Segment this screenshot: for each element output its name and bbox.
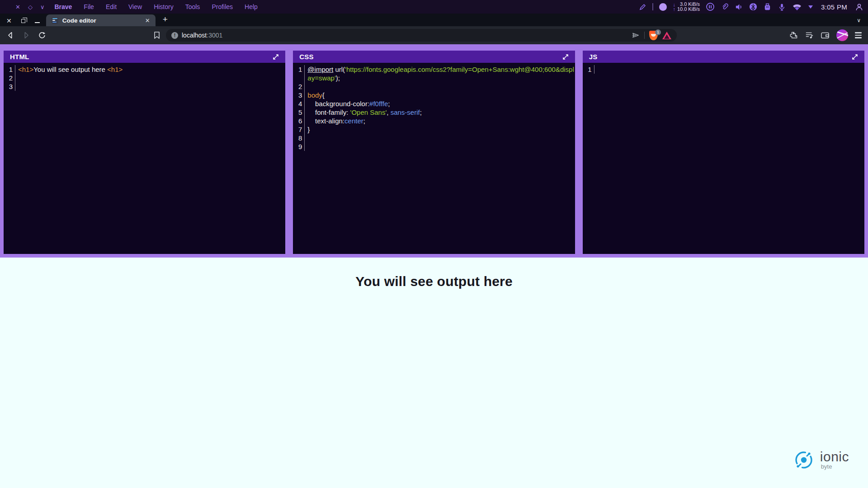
- code-line[interactable]: 2: [293, 82, 575, 91]
- code-line[interactable]: 1<h1>You will see output here <h1>: [4, 65, 285, 74]
- code-line[interactable]: 2: [4, 74, 285, 82]
- token-txt: {: [322, 91, 325, 99]
- address-bar[interactable]: ! localhost:3001 1: [166, 29, 677, 42]
- code-editor-css[interactable]: 1@import url('https://fonts.googleapis.c…: [293, 63, 575, 254]
- token-txt: url(: [333, 66, 345, 73]
- close-window-icon[interactable]: ✕: [15, 4, 20, 10]
- code-text[interactable]: [15, 74, 285, 82]
- nav-buttons: [0, 31, 46, 39]
- code-text[interactable]: [305, 142, 575, 151]
- code-line[interactable]: 1: [583, 65, 864, 74]
- caret-down-icon[interactable]: [808, 5, 813, 9]
- code-text[interactable]: font-family: 'Open Sans', sans-serif;: [305, 108, 575, 117]
- menu-help[interactable]: Help: [245, 3, 258, 10]
- menu-brave[interactable]: Brave: [54, 3, 72, 10]
- menu-profiles[interactable]: Profiles: [212, 3, 233, 10]
- tab-code-editor[interactable]: Code editor ✕: [46, 14, 156, 26]
- panel-title-html: HTML: [10, 53, 29, 61]
- code-line[interactable]: 3: [4, 82, 285, 91]
- playlist-icon[interactable]: [805, 31, 814, 39]
- panel-header-html: HTML: [4, 51, 285, 63]
- browser-minimize-icon[interactable]: [35, 22, 40, 23]
- code-line[interactable]: 7}: [293, 125, 575, 134]
- brave-rewards-icon[interactable]: [662, 32, 671, 39]
- forward-button[interactable]: [22, 31, 30, 39]
- volume-icon[interactable]: [735, 3, 743, 11]
- token-val: sans-serif: [391, 108, 420, 116]
- code-text[interactable]: [305, 82, 575, 91]
- upload-arrow-icon: ↑: [673, 7, 675, 11]
- output-preview: You will see output here ionic byte: [0, 258, 868, 488]
- code-line[interactable]: 9: [293, 142, 575, 151]
- code-text[interactable]: [594, 65, 864, 74]
- menu-edit[interactable]: Edit: [106, 3, 117, 10]
- microphone-icon[interactable]: [778, 3, 786, 11]
- expand-panel-icon[interactable]: [562, 54, 569, 60]
- code-editor-html[interactable]: 1<h1>You will see output here <h1>23: [4, 63, 285, 254]
- code-line[interactable]: 3body{: [293, 91, 575, 99]
- tab-favicon: [52, 17, 58, 24]
- wifi-icon[interactable]: [792, 3, 802, 11]
- site-info-icon[interactable]: !: [171, 32, 178, 39]
- bluetooth-icon[interactable]: [749, 3, 757, 11]
- code-text[interactable]: <h1>You will see output here <h1>: [15, 65, 285, 74]
- usb-icon[interactable]: [763, 3, 772, 11]
- brave-shield-icon[interactable]: 1: [649, 31, 658, 40]
- paperclip-icon[interactable]: [721, 3, 729, 11]
- shield-badge: 1: [655, 29, 661, 35]
- clock[interactable]: 3:05 PM: [819, 3, 849, 11]
- bookmark-icon[interactable]: [153, 31, 160, 39]
- line-number: 4: [293, 99, 305, 108]
- menu-history[interactable]: History: [154, 3, 174, 10]
- extensions-puzzle-icon[interactable]: [789, 31, 798, 40]
- share-icon[interactable]: [632, 32, 640, 39]
- tab-search-chevron-icon[interactable]: ∨: [857, 17, 868, 26]
- code-line[interactable]: 6 text-align:center;: [293, 117, 575, 125]
- tab-close-icon[interactable]: ✕: [144, 17, 151, 24]
- code-line[interactable]: 1@import url('https://fonts.googleapis.c…: [293, 65, 575, 82]
- token-txt: ;: [388, 100, 390, 108]
- maximize-window-icon[interactable]: ◇: [28, 4, 33, 10]
- code-text[interactable]: [15, 82, 285, 91]
- menu-file[interactable]: File: [84, 3, 94, 10]
- code-text[interactable]: background-color:#f0fffe;: [305, 99, 575, 108]
- token-val: #f0fffe: [369, 100, 388, 108]
- chevron-down-icon[interactable]: ∨: [40, 4, 45, 10]
- code-text[interactable]: [305, 134, 575, 142]
- code-text[interactable]: text-align:center;: [305, 117, 575, 125]
- code-line[interactable]: 8: [293, 134, 575, 142]
- user-icon[interactable]: [855, 3, 863, 11]
- profile-avatar[interactable]: [836, 29, 848, 41]
- recording-dot-icon[interactable]: [659, 3, 667, 11]
- back-button[interactable]: [6, 31, 14, 39]
- menu-view[interactable]: View: [128, 3, 142, 10]
- code-text[interactable]: body{: [305, 91, 575, 99]
- browser-restore-icon[interactable]: [21, 19, 25, 23]
- reload-button[interactable]: [38, 31, 46, 39]
- browser-menu-icon[interactable]: [855, 32, 862, 38]
- code-editor-js[interactable]: 1: [583, 63, 864, 254]
- expand-panel-icon[interactable]: [852, 54, 858, 60]
- new-tab-button[interactable]: +: [156, 14, 168, 26]
- pencil-icon[interactable]: [639, 3, 646, 11]
- panel-js: JS1: [583, 51, 864, 254]
- pause-icon[interactable]: [706, 2, 715, 11]
- token-at: @import: [307, 66, 333, 73]
- code-line[interactable]: 4 background-color:#f0fffe;: [293, 99, 575, 108]
- brand-logo: ionic byte: [792, 448, 849, 472]
- code-text[interactable]: @import url('https://fonts.googleapis.co…: [305, 65, 575, 82]
- browser-close-icon[interactable]: ✕: [6, 18, 12, 23]
- code-text[interactable]: }: [305, 125, 575, 134]
- system-menu-bar: ✕ ◇ ∨ BraveFileEditViewHistoryToolsProfi…: [0, 0, 868, 14]
- expand-panel-icon[interactable]: [273, 54, 279, 60]
- line-number: 1: [293, 65, 305, 82]
- line-number: 3: [4, 82, 15, 91]
- menu-bar: BraveFileEditViewHistoryToolsProfilesHel…: [51, 3, 257, 10]
- code-line[interactable]: 5 font-family: 'Open Sans', sans-serif;: [293, 108, 575, 117]
- panel-html: HTML1<h1>You will see output here <h1>23: [4, 51, 285, 254]
- menu-tools[interactable]: Tools: [185, 3, 200, 10]
- token-txt: text-align:: [307, 117, 344, 125]
- line-number: 6: [293, 117, 305, 125]
- wallet-icon[interactable]: [821, 31, 830, 39]
- url-text[interactable]: localhost:3001: [182, 32, 222, 39]
